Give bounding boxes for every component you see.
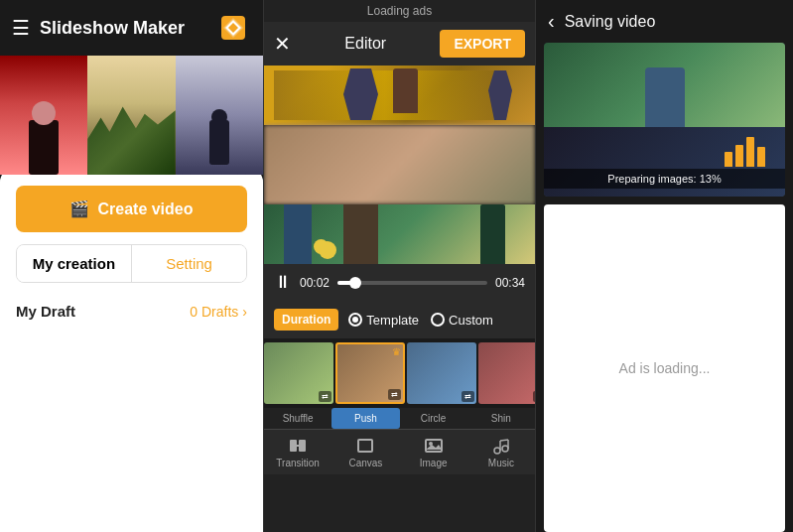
preparing-text: Preparing images: 13% [544,169,785,189]
create-video-icon: 🎬 [69,200,89,218]
svg-marker-10 [426,445,442,450]
anime-bottom-scene [264,204,535,264]
shine-tab[interactable]: Shin [467,408,535,429]
svg-rect-5 [299,440,306,452]
push-tab-label: Push [354,413,377,424]
shuffle-tab-label: Shuffle [283,413,314,424]
thumb-3[interactable]: ⇄ [407,342,476,404]
transition-tool-label: Transition [276,458,320,468]
svg-rect-4 [290,440,297,452]
svg-point-12 [502,446,508,452]
crown-icon: ♛ [392,346,401,357]
left-top-images [0,56,263,175]
push-tab[interactable]: Push [331,408,399,429]
left-img-1 [0,56,87,175]
saving-title: Saving video [565,13,656,31]
shuffle-4-icon: ⇄ [533,391,535,402]
thumb-1[interactable]: ⇄ [264,342,333,404]
canvas-icon [355,436,375,456]
transition-row: Shuffle Push Circle Shin [264,408,535,429]
transition-tool[interactable]: Transition [264,430,331,474]
right-panel: ‹ Saving video Preparing images: 13% Ad … [536,0,793,532]
progress-thumb[interactable] [349,277,361,289]
create-video-button[interactable]: 🎬 Create video [16,186,247,232]
time-current: 00:02 [300,276,330,290]
duration-row: Duration Template Custom [264,301,535,338]
anime-overlay [264,66,535,264]
canvas-tool-label: Canvas [348,458,382,468]
app-logo [215,10,251,46]
thumb-2[interactable]: ♛ ⇄ [335,342,405,404]
ad-loading-text: Ad is loading... [619,360,711,376]
tab-my-creation[interactable]: My creation [17,245,131,282]
music-tool[interactable]: Music [467,430,535,474]
tab-setting[interactable]: Setting [132,245,246,282]
pause-button[interactable]: ⏸ [274,272,292,293]
hamburger-icon[interactable]: ☰ [12,16,30,40]
right-character [645,67,685,127]
svg-rect-7 [358,440,372,452]
draft-count: 0 Drafts [190,304,238,320]
anime-mid-scene [264,125,535,204]
left-header: ☰ Slideshow Maker [0,0,263,56]
transition-icon [288,436,308,456]
svg-line-15 [500,440,508,441]
editor-title: Editor [344,35,386,53]
video-preview [264,66,535,264]
left-panel: ☰ Slideshow Maker 🎬 Create video [0,0,263,532]
bar-1 [725,152,732,167]
bar-3 [746,137,754,167]
image-tool-label: Image [420,458,448,468]
canvas-tool[interactable]: Canvas [331,430,399,474]
thumbnail-strip: ⇄ ♛ ⇄ ⇄ ⇄ ⇄ [264,338,535,408]
music-icon [491,436,511,456]
action-area: 🎬 Create video My creation Setting My Dr… [0,170,263,532]
svg-point-11 [494,448,500,454]
circle-tab[interactable]: Circle [400,408,467,429]
image-icon [424,436,444,456]
shuffle-3-icon: ⇄ [462,391,474,402]
playback-bar: ⏸ 00:02 00:34 [264,264,535,301]
draft-row: My Draft 0 Drafts › [16,299,247,324]
custom-radio-circle[interactable] [431,313,445,327]
back-icon[interactable]: ‹ [548,10,555,33]
loading-ads-text: Loading ads [367,4,432,18]
template-radio-circle[interactable] [348,313,362,327]
shine-tab-label: Shin [491,413,511,424]
template-radio-label[interactable]: Template [348,313,419,328]
music-tool-label: Music [488,458,514,468]
thumb-4[interactable]: ⇄ [478,342,535,404]
tab-row: My creation Setting [16,244,247,283]
create-video-label: Create video [97,200,193,218]
circle-tab-label: Circle [421,413,447,424]
shuffle-tab[interactable]: Shuffle [264,408,331,429]
progress-track[interactable] [337,281,487,285]
left-img-3 [176,56,263,175]
draft-label: My Draft [16,303,75,320]
image-tool[interactable]: Image [400,430,467,474]
center-panel: Loading ads ✕ Editor EXPORT [263,0,536,532]
time-total: 00:34 [495,276,525,290]
chevron-right-icon: › [242,304,247,320]
bar-4 [757,147,765,167]
ad-area: Ad is loading... [544,204,785,532]
bottom-toolbar: Transition Canvas Image Music [264,429,535,474]
duration-badge[interactable]: Duration [274,309,338,331]
custom-radio-label[interactable]: Custom [431,313,493,328]
svg-rect-8 [426,440,442,452]
bar-chart [725,137,765,167]
right-green-scene [544,43,785,127]
right-header: ‹ Saving video [536,0,793,43]
right-preview: Preparing images: 13% [544,43,785,197]
radio-group: Template Custom [348,313,493,328]
editor-header: ✕ Editor EXPORT [264,22,535,66]
draft-count-link[interactable]: 0 Drafts › [190,304,247,320]
loading-ads-bar: Loading ads [264,0,535,22]
editor-close-button[interactable]: ✕ [274,32,291,56]
shuffle-1-icon: ⇄ [319,391,331,402]
template-radio-text: Template [366,313,419,328]
anime-top-scene [264,66,535,125]
export-button[interactable]: EXPORT [440,30,525,58]
left-img-2 [87,56,175,175]
chart-icon [725,137,765,167]
